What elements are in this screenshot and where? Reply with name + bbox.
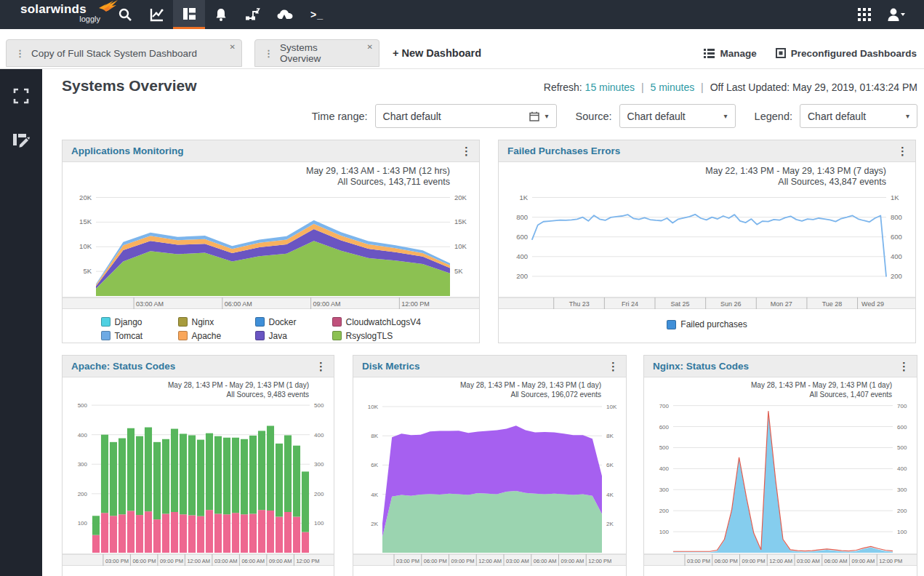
user-menu-icon[interactable] (880, 0, 912, 29)
legend-swatch (255, 331, 265, 340)
svg-text:09:00 AM: 09:00 AM (313, 300, 341, 308)
svg-text:300: 300 (897, 487, 907, 493)
applications-monitoring-chart[interactable]: 5K5K10K10K15K15K20K20K03:00 AM06:00 AM09… (63, 188, 479, 312)
preconfigured-dashboards-button[interactable]: Preconfigured Dashboards (776, 48, 917, 59)
top-nav: solarwinds loggly (0, 0, 924, 29)
failed-purchases-chart[interactable]: 2002004004006006008008001K1KThu 23Fri 24… (499, 188, 915, 312)
legend-swatch (667, 320, 676, 329)
svg-text:09:00 PM: 09:00 PM (742, 558, 766, 564)
nav-right-group (848, 0, 912, 29)
legend-item[interactable]: Failed purchases (667, 319, 747, 329)
legend-item[interactable]: Java (255, 331, 321, 341)
panel-menu-icon[interactable]: ⋮ (461, 145, 472, 156)
legend-swatch (178, 331, 188, 340)
svg-text:700: 700 (659, 403, 670, 409)
tab-kebab-icon[interactable]: ⋮ (264, 48, 273, 59)
svg-text:09:00 AM: 09:00 AM (561, 558, 584, 564)
tab-systems-overview[interactable]: ⋮ Systems Overview ✕ (254, 39, 379, 67)
panel-title: Apache: Status Codes (71, 361, 316, 372)
charts-icon[interactable] (141, 0, 173, 29)
legend-item[interactable]: Django (101, 317, 166, 327)
svg-text:12:00 PM: 12:00 PM (401, 300, 430, 308)
panel-applications-monitoring: Applications Monitoring ⋮ May 29, 1:43 A… (62, 140, 480, 343)
svg-text:100: 100 (659, 529, 670, 535)
legend-swatch (332, 331, 342, 340)
legend-item[interactable]: CloudwatchLogsV4 (332, 317, 441, 327)
manage-button[interactable]: Manage (704, 48, 756, 59)
nginx-status-codes-chart[interactable]: 1001002002003003004004005005006006007007… (644, 399, 917, 569)
legend-item[interactable]: Tomcat (101, 331, 166, 341)
apache-status-codes-chart[interactable]: 10010020020030030040040050050003:00 PM06… (63, 399, 334, 569)
legend-label: Django (115, 317, 142, 327)
fullscreen-icon[interactable] (0, 79, 42, 113)
svg-text:700: 700 (897, 403, 907, 409)
panel-menu-icon[interactable]: ⋮ (899, 361, 909, 372)
svg-text:4K: 4K (606, 492, 614, 498)
legend-item[interactable]: Apache (178, 331, 244, 341)
svg-text:03:00 AM: 03:00 AM (214, 558, 238, 564)
cloud-icon[interactable] (269, 0, 301, 29)
tab-kebab-icon[interactable]: ⋮ (15, 48, 25, 59)
dashboards-icon[interactable] (173, 0, 205, 29)
svg-text:12:00 AM: 12:00 AM (769, 558, 792, 564)
svg-text:600: 600 (516, 233, 528, 241)
legend-label: Nginx (192, 317, 214, 327)
svg-text:Mon 27: Mon 27 (771, 300, 792, 308)
legend-label: RsyslogTLS (346, 331, 393, 341)
svg-text:1K: 1K (519, 193, 528, 201)
terminal-icon[interactable]: >_ (301, 0, 333, 29)
disk-metrics-chart[interactable]: 2K2K4K4K6K6K8K8K10K10K03:00 PM06:00 PM09… (353, 399, 626, 569)
legend-swatch (255, 317, 265, 327)
svg-text:300: 300 (659, 487, 670, 493)
svg-text:200: 200 (897, 508, 907, 514)
tab-label: Copy of Full Stack System Dashboard (31, 48, 197, 59)
chart-controls-row: Time range: Chart default ▾ Source: Char… (42, 104, 917, 128)
svg-text:600: 600 (891, 233, 902, 241)
page-title: Systems Overview (62, 77, 197, 95)
svg-text:100: 100 (314, 520, 324, 527)
svg-text:12:00 AM: 12:00 AM (187, 558, 210, 564)
svg-text:06:00 AM: 06:00 AM (225, 300, 252, 308)
svg-text:500: 500 (78, 402, 88, 409)
svg-text:12:00 AM: 12:00 AM (478, 558, 502, 564)
alerts-bell-icon[interactable] (205, 0, 237, 29)
svg-text:Tue 28: Tue 28 (822, 300, 843, 308)
refresh-15-link[interactable]: 15 minutes (585, 81, 635, 93)
legend-select[interactable]: Chart default ▾ (800, 104, 917, 128)
tab-close-icon[interactable]: ✕ (230, 43, 236, 51)
panel-title: Nginx: Status Codes (653, 361, 899, 372)
legend-item[interactable]: Nginx (178, 317, 244, 327)
legend-item[interactable]: Docker (255, 317, 321, 327)
tab-close-icon[interactable]: ✕ (367, 43, 373, 51)
solarwinds-loggly-logo[interactable]: solarwinds loggly (20, 2, 108, 28)
svg-text:2K: 2K (606, 521, 614, 527)
panel-failed-purchases-errors: Failed Purchases Errors ⋮ May 22, 1:43 P… (498, 140, 916, 343)
source-select[interactable]: Chart default ▾ (619, 104, 736, 128)
panel-menu-icon[interactable]: ⋮ (897, 145, 908, 156)
svg-text:06:00 PM: 06:00 PM (715, 558, 738, 564)
tab-copy-of-full-stack[interactable]: ⋮ Copy of Full Stack System Dashboard ✕ (6, 39, 242, 67)
new-dashboard-button[interactable]: + New Dashboard (393, 39, 481, 67)
svg-text:03:00 PM: 03:00 PM (396, 558, 419, 564)
left-sidebar (0, 69, 42, 576)
search-icon[interactable] (109, 0, 141, 29)
panel-menu-icon[interactable]: ⋮ (608, 361, 619, 372)
loggly-dashboard-app: solarwinds loggly (0, 0, 924, 576)
source-setup-icon[interactable] (237, 0, 269, 29)
svg-text:2K: 2K (371, 521, 378, 527)
panel-title: Disk Metrics (362, 361, 608, 372)
refresh-off-link[interactable]: Off (710, 81, 723, 93)
svg-text:300: 300 (314, 461, 324, 468)
legend-swatch (332, 317, 342, 327)
svg-text:15K: 15K (454, 217, 467, 225)
edit-dashboard-icon[interactable] (0, 123, 42, 156)
chevron-down-icon: ▾ (724, 112, 728, 120)
chart-subtitle: May 28, 1:43 PM - May 29, 1:43 PM (1 day… (63, 377, 334, 399)
legend-item[interactable]: RsyslogTLS (332, 331, 441, 341)
svg-text:15K: 15K (79, 217, 92, 225)
panel-menu-icon[interactable]: ⋮ (316, 361, 326, 372)
refresh-5-link[interactable]: 5 minutes (651, 81, 695, 93)
time-range-select[interactable]: Chart default ▾ (375, 104, 557, 128)
apps-grid-icon[interactable] (848, 0, 880, 29)
svg-text:10K: 10K (606, 404, 617, 410)
